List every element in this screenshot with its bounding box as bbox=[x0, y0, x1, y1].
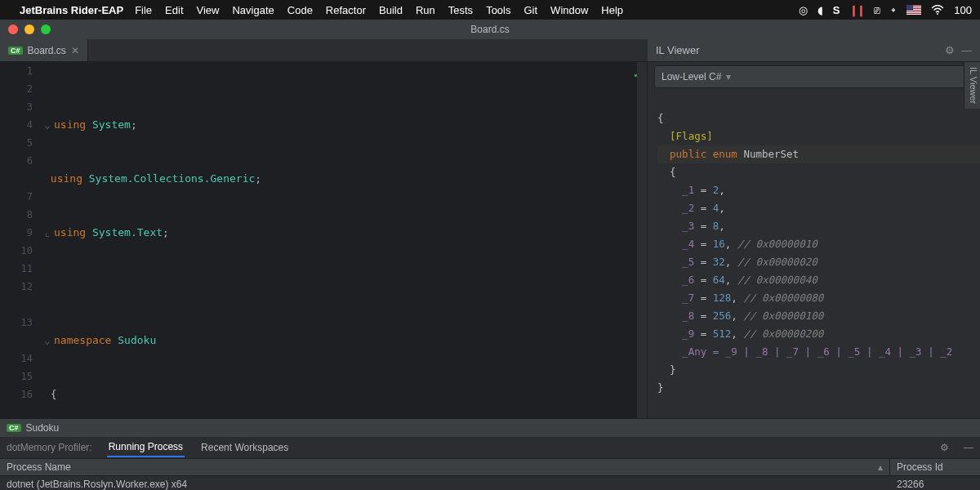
dropdown-value: Low-Level C# bbox=[662, 71, 721, 82]
gear-icon[interactable]: ⚙ bbox=[945, 44, 955, 56]
pause-icon[interactable]: ❙❙ bbox=[849, 4, 864, 16]
macos-menubar: JetBrains Rider-EAP File Edit View Navig… bbox=[0, 0, 980, 20]
error-stripe[interactable] bbox=[637, 62, 647, 418]
il-viewer-panel: IL Viewer ⚙ — Low-Level C# ▾ { [Flags] p… bbox=[647, 62, 980, 418]
panel-title: IL Viewer bbox=[656, 44, 938, 56]
il-viewer-header: IL Viewer ⚙ — bbox=[648, 39, 980, 62]
tab-running-process[interactable]: Running Process bbox=[107, 438, 185, 457]
menu-code[interactable]: Code bbox=[287, 4, 313, 16]
menu-git[interactable]: Git bbox=[523, 4, 537, 16]
titlebar: Board.cs bbox=[0, 20, 980, 39]
menu-build[interactable]: Build bbox=[379, 4, 403, 16]
minimize-panel-icon[interactable]: — bbox=[964, 442, 973, 453]
menu-help[interactable]: Help bbox=[601, 4, 623, 16]
cell-process-id: 23266 bbox=[890, 476, 980, 490]
profiler-label: dotMemory Profiler: bbox=[7, 442, 92, 453]
code-editor[interactable]: 123 456 78 91011 1213 1415 16 ✔ ⌄using S… bbox=[0, 62, 647, 418]
csharp-project-icon: C# bbox=[7, 424, 21, 432]
tray-icon[interactable]: ◎ bbox=[799, 4, 808, 16]
il-code-area[interactable]: { [Flags] public enum NumberSet { _1 = 2… bbox=[648, 91, 980, 418]
tab-board-cs[interactable]: C# Board.cs ✕ bbox=[0, 39, 88, 61]
minimize-window-button[interactable] bbox=[24, 24, 34, 34]
wifi-icon[interactable] bbox=[931, 5, 944, 15]
zoom-window-button[interactable] bbox=[41, 24, 51, 34]
il-mode-dropdown[interactable]: Low-Level C# ▾ bbox=[654, 65, 973, 88]
breadcrumb-item: Sudoku bbox=[26, 422, 60, 434]
tab-label: Board.cs bbox=[28, 45, 66, 56]
menu-edit[interactable]: Edit bbox=[165, 4, 183, 16]
menu-run[interactable]: Run bbox=[416, 4, 435, 16]
tray-icon[interactable]: ◖ bbox=[817, 4, 823, 16]
breadcrumb[interactable]: C# Sudoku bbox=[0, 419, 980, 437]
menu-view[interactable]: View bbox=[197, 4, 220, 16]
table-row[interactable]: dotnet (JetBrains.Roslyn.Worker.exe) x64… bbox=[0, 476, 980, 490]
il-viewer-side-tab[interactable]: IL Viewer bbox=[964, 62, 980, 109]
cell-process-name: dotnet (JetBrains.Roslyn.Worker.exe) x64 bbox=[0, 476, 890, 490]
close-window-button[interactable] bbox=[8, 24, 18, 34]
menu-tools[interactable]: Tools bbox=[486, 4, 510, 16]
line-gutter: 123 456 78 91011 1213 1415 16 bbox=[0, 62, 41, 418]
flag-us-icon[interactable] bbox=[906, 5, 921, 15]
code-area[interactable]: ✔ ⌄using System; using System.Collection… bbox=[41, 62, 647, 418]
tab-recent-workspaces[interactable]: Recent Workspaces bbox=[199, 439, 290, 457]
sort-asc-icon[interactable]: ▴ bbox=[878, 461, 883, 473]
minimize-panel-icon[interactable]: — bbox=[961, 44, 972, 56]
csharp-file-icon: C# bbox=[8, 47, 23, 55]
menu-file[interactable]: File bbox=[135, 4, 152, 16]
bluetooth-icon[interactable]: ᛭ bbox=[890, 4, 897, 16]
column-process-id[interactable]: Process Id bbox=[890, 459, 980, 475]
svg-point-0 bbox=[937, 13, 938, 15]
menubar-tray: ◎ ◖ S ❙❙ ⎚ ᛭ 100 bbox=[799, 4, 972, 16]
screen-mirror-icon[interactable]: ⎚ bbox=[874, 4, 880, 16]
app-name[interactable]: JetBrains Rider-EAP bbox=[20, 4, 123, 16]
menu-tests[interactable]: Tests bbox=[448, 4, 473, 16]
window-title: Board.cs bbox=[470, 24, 509, 35]
profiler-tabs: dotMemory Profiler: Running Process Rece… bbox=[0, 437, 980, 458]
menu-refactor[interactable]: Refactor bbox=[326, 4, 366, 16]
gear-icon[interactable]: ⚙ bbox=[940, 442, 949, 453]
battery-percent: 100 bbox=[954, 4, 972, 16]
bottom-toolwindow: C# Sudoku dotMemory Profiler: Running Pr… bbox=[0, 418, 980, 490]
process-table-header: Process Name▴ Process Id bbox=[0, 458, 980, 476]
main-window: Board.cs C# Board.cs ✕ ⋮ 123 456 78 9101… bbox=[0, 20, 980, 490]
main-split: 123 456 78 91011 1213 1415 16 ✔ ⌄using S… bbox=[0, 62, 980, 418]
close-icon[interactable]: ✕ bbox=[71, 45, 79, 56]
column-process-name[interactable]: Process Name bbox=[7, 461, 71, 473]
menu-window[interactable]: Window bbox=[550, 4, 588, 16]
tray-icon[interactable]: S bbox=[833, 4, 840, 16]
menu-navigate[interactable]: Navigate bbox=[232, 4, 274, 16]
chevron-down-icon: ▾ bbox=[726, 71, 731, 82]
window-controls bbox=[8, 24, 51, 34]
